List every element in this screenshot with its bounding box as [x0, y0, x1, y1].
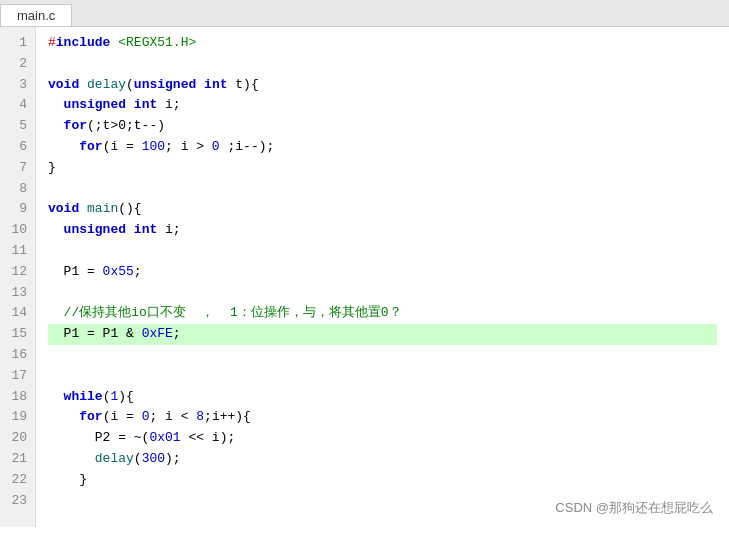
code-line	[48, 179, 717, 200]
code-line: }	[48, 158, 717, 179]
line-number: 6	[8, 137, 27, 158]
code-line	[48, 54, 717, 75]
code-line: #include <REGX51.H>	[48, 33, 717, 54]
line-number: 18	[8, 387, 27, 408]
code-line: for(i = 0; i < 8;i++){	[48, 407, 717, 428]
code-line: void main(){	[48, 199, 717, 220]
tab-main-c[interactable]: main.c	[0, 4, 72, 26]
editor-container: 1234567891011121314151617181920212223 #i…	[0, 27, 729, 527]
code-line: unsigned int i;	[48, 95, 717, 116]
line-number: 2	[8, 54, 27, 75]
line-number: 8	[8, 179, 27, 200]
code-line: P2 = ~(0x01 << i);	[48, 428, 717, 449]
line-number: 9	[8, 199, 27, 220]
tab-bar: main.c	[0, 0, 729, 27]
line-number: 20	[8, 428, 27, 449]
line-number: 17	[8, 366, 27, 387]
code-line: delay(300);	[48, 449, 717, 470]
line-number: 12	[8, 262, 27, 283]
code-line: for(i = 100; i > 0 ;i--);	[48, 137, 717, 158]
line-number: 22	[8, 470, 27, 491]
watermark: CSDN @那狗还在想屁吃么	[555, 499, 713, 517]
line-number: 13	[8, 283, 27, 304]
line-numbers: 1234567891011121314151617181920212223	[0, 27, 36, 527]
line-number: 3	[8, 75, 27, 96]
code-area: #include <REGX51.H> void delay(unsigned …	[36, 27, 729, 527]
code-line: unsigned int i;	[48, 220, 717, 241]
line-number: 14	[8, 303, 27, 324]
code-line: for(;t>0;t--)	[48, 116, 717, 137]
line-number: 4	[8, 95, 27, 116]
line-number: 21	[8, 449, 27, 470]
line-number: 16	[8, 345, 27, 366]
line-number: 10	[8, 220, 27, 241]
line-number: 15	[8, 324, 27, 345]
line-number: 19	[8, 407, 27, 428]
line-number: 1	[8, 33, 27, 54]
line-number: 5	[8, 116, 27, 137]
code-line: while(1){	[48, 387, 717, 408]
code-line	[48, 345, 717, 366]
code-line: P1 = P1 & 0xFE;	[48, 324, 717, 345]
code-line: void delay(unsigned int t){	[48, 75, 717, 96]
code-line: //保持其他io口不变 ， 1：位操作，与，将其他置0？	[48, 303, 717, 324]
line-number: 23	[8, 491, 27, 512]
code-line	[48, 366, 717, 387]
code-line	[48, 241, 717, 262]
code-line	[48, 283, 717, 304]
line-number: 7	[8, 158, 27, 179]
code-line: P1 = 0x55;	[48, 262, 717, 283]
line-number: 11	[8, 241, 27, 262]
code-line: }	[48, 470, 717, 491]
